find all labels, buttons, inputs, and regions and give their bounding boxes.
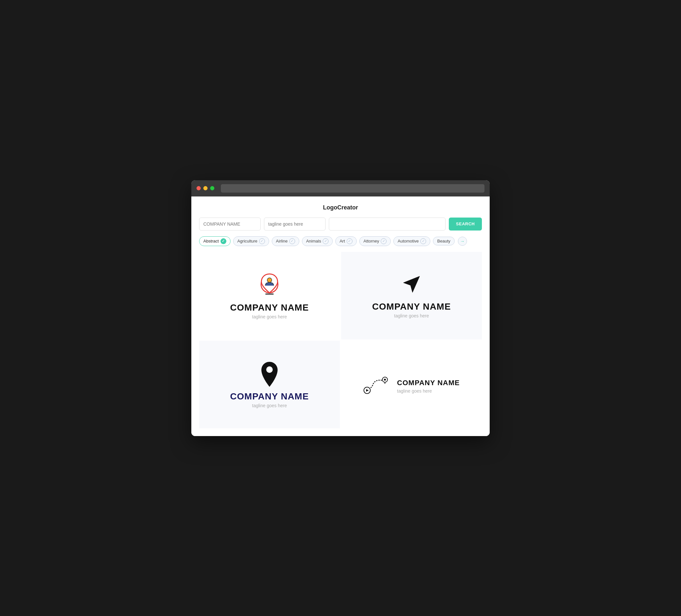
filter-label-airline: Airline [276, 239, 288, 243]
traffic-light-red[interactable] [197, 186, 201, 190]
logo2-tagline: tagline goes here [394, 313, 429, 318]
address-bar[interactable] [221, 184, 484, 192]
filter-bar: Abstract ✓ Agriculture ✓ Airline ✓ Anima… [199, 236, 482, 246]
svg-point-3 [266, 366, 273, 373]
check-icon-airline: ✓ [289, 238, 295, 244]
filter-label-animals: Animals [306, 239, 321, 243]
filter-chip-animals[interactable]: Animals ✓ [302, 236, 333, 246]
browser-window: LogoCreator SEARCH Abstract ✓ Agricultur… [191, 180, 490, 436]
logo1-company-name: COMPANY NAME [230, 303, 309, 313]
filter-chip-agriculture[interactable]: Agriculture ✓ [233, 236, 269, 246]
svg-point-5 [384, 379, 386, 381]
logo-card-1[interactable]: COMPANY NAME tagline goes here [199, 252, 340, 339]
filter-chip-art[interactable]: Art ✓ [335, 236, 357, 246]
logo2-icon [400, 273, 423, 296]
filter-label-art: Art [339, 239, 345, 243]
logo1-tagline: tagline goes here [252, 314, 287, 319]
check-icon-abstract: ✓ [221, 238, 226, 244]
logo2-company-name: COMPANY NAME [372, 302, 451, 312]
logo4-tagline: tagline goes here [397, 388, 459, 393]
search-bar: SEARCH [199, 217, 482, 231]
logo4-company-name: COMPANY NAME [397, 379, 459, 387]
filter-chip-automotive[interactable]: Automotive ✓ [393, 236, 430, 246]
filter-chip-abstract[interactable]: Abstract ✓ [199, 236, 231, 246]
check-icon-agriculture: ✓ [259, 238, 265, 244]
filter-label-attorney: Attorney [363, 239, 379, 243]
filter-chip-beauty[interactable]: Beauty [433, 237, 454, 246]
search-button[interactable]: SEARCH [449, 217, 482, 231]
svg-rect-2 [265, 293, 274, 295]
filter-next-arrow[interactable]: → [458, 237, 467, 246]
logo3-company-name: COMPANY NAME [230, 391, 309, 402]
app-content: LogoCreator SEARCH Abstract ✓ Agricultur… [191, 197, 490, 436]
filter-chip-attorney[interactable]: Attorney ✓ [359, 236, 391, 246]
traffic-light-yellow[interactable] [203, 186, 207, 190]
logo-grid: COMPANY NAME tagline goes here COMPANY N… [199, 252, 482, 428]
browser-titlebar [191, 180, 490, 197]
check-icon-automotive: ✓ [420, 238, 426, 244]
logo1-icon [258, 272, 281, 298]
check-icon-animals: ✓ [323, 238, 328, 244]
tagline-input[interactable] [264, 217, 326, 231]
check-icon-attorney: ✓ [381, 238, 386, 244]
check-icon-art: ✓ [347, 238, 353, 244]
filter-chip-airline[interactable]: Airline ✓ [272, 236, 299, 246]
filter-label-agriculture: Agriculture [237, 239, 257, 243]
logo-card-3[interactable]: COMPANY NAME tagline goes here [199, 341, 340, 428]
company-name-input[interactable] [199, 217, 261, 231]
filter-label-abstract: Abstract [203, 239, 219, 243]
logo-card-4[interactable]: COMPANY NAME tagline goes here [341, 341, 482, 428]
traffic-light-green[interactable] [210, 186, 215, 190]
logo4-text: COMPANY NAME tagline goes here [397, 376, 459, 393]
svg-point-1 [267, 278, 272, 282]
logo3-icon [260, 361, 279, 387]
extra-input[interactable] [329, 217, 446, 231]
filter-label-automotive: Automotive [398, 239, 419, 243]
app-title: LogoCreator [199, 204, 482, 211]
logo4-row: COMPANY NAME tagline goes here [363, 375, 459, 394]
filter-label-beauty: Beauty [437, 239, 450, 243]
logo3-tagline: tagline goes here [252, 403, 287, 408]
logo4-icon [363, 375, 393, 394]
logo-card-2[interactable]: COMPANY NAME tagline goes here [341, 252, 482, 339]
